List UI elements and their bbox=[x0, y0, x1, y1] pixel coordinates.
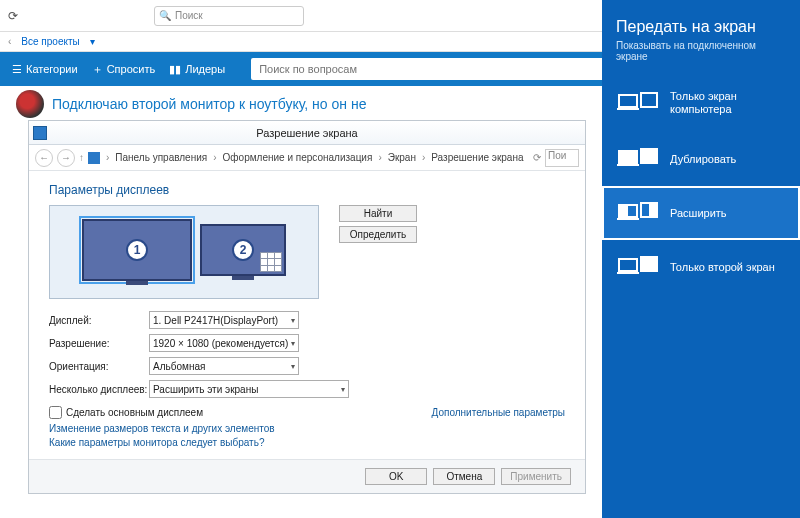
nav-up-icon[interactable]: ↑ bbox=[79, 152, 84, 163]
charm-title: Передать на экран bbox=[602, 0, 800, 40]
plus-icon: ＋ bbox=[92, 62, 103, 77]
window-title: Разрешение экрана bbox=[256, 127, 357, 139]
orientation-value: Альбомная bbox=[153, 361, 205, 372]
chevron-down-icon: ▾ bbox=[291, 362, 295, 371]
find-button[interactable]: Найти bbox=[339, 205, 417, 222]
search-icon: 🔍 bbox=[159, 10, 171, 21]
orientation-select[interactable]: Альбомная▾ bbox=[149, 357, 299, 375]
window-body: Параметры дисплеев 1 2 bbox=[29, 171, 585, 459]
duplicate-icon bbox=[618, 148, 658, 170]
apply-button[interactable]: Применить bbox=[501, 468, 571, 485]
chevron-down-icon: ▾ bbox=[341, 385, 345, 394]
breadcrumb-bar: ← → ↑ › Панель управления › Оформление и… bbox=[29, 145, 585, 171]
nav-leaders-label: Лидеры bbox=[185, 63, 225, 75]
multi-label: Несколько дисплеев: bbox=[49, 384, 149, 395]
nav-categories-label: Категории bbox=[26, 63, 78, 75]
charm-option-duplicate-label: Дублировать bbox=[670, 153, 736, 166]
breadcrumb-theme[interactable]: Оформление и персонализация bbox=[223, 152, 373, 163]
sep: › bbox=[378, 152, 381, 163]
post-title: Подключаю второй монитор к ноутбуку, но … bbox=[52, 96, 366, 112]
nav-categories[interactable]: ☰Категории bbox=[12, 63, 78, 76]
charm-option-pc-only-label: Только экран компьютера bbox=[670, 90, 784, 116]
charm-option-extend-label: Расширить bbox=[670, 207, 727, 220]
browser-search-placeholder: Поиск bbox=[175, 10, 203, 21]
control-panel-icon bbox=[88, 152, 100, 164]
resolution-select[interactable]: 1920 × 1080 (рекомендуется)▾ bbox=[149, 334, 299, 352]
reload-icon[interactable]: ⟳ bbox=[8, 9, 18, 23]
menu-icon: ☰ bbox=[12, 63, 22, 76]
monitor-1-number: 1 bbox=[126, 239, 148, 261]
chevron-down-icon: ▾ bbox=[291, 339, 295, 348]
browser-search[interactable]: 🔍 Поиск bbox=[154, 6, 304, 26]
sep: › bbox=[106, 152, 109, 163]
breadcrumb-resolution[interactable]: Разрешение экрана bbox=[431, 152, 523, 163]
text-size-link[interactable]: Изменение размеров текста и других элеме… bbox=[49, 423, 565, 434]
resolution-window: Разрешение экрана ← → ↑ › Панель управле… bbox=[28, 120, 586, 494]
chevron-down-icon: ▾ bbox=[291, 316, 295, 325]
nav-forward-button[interactable]: → bbox=[57, 149, 75, 167]
nav-leaders[interactable]: ▮▮Лидеры bbox=[169, 63, 225, 76]
charm-option-second-only-label: Только второй экран bbox=[670, 261, 775, 274]
monitor-2[interactable]: 2 bbox=[200, 224, 286, 280]
display-value: 1. Dell P2417H(DisplayPort) bbox=[153, 315, 278, 326]
section-title: Параметры дисплеев bbox=[49, 183, 565, 197]
breadcrumb-search[interactable]: Пои bbox=[545, 149, 579, 167]
cancel-button[interactable]: Отмена bbox=[433, 468, 495, 485]
charm-option-duplicate[interactable]: Дублировать bbox=[602, 132, 800, 186]
sep: › bbox=[422, 152, 425, 163]
ok-button[interactable]: OK bbox=[365, 468, 427, 485]
detect-button[interactable]: Определить bbox=[339, 226, 417, 243]
monitor-2-number: 2 bbox=[232, 239, 254, 261]
display-label: Дисплей: bbox=[49, 315, 149, 326]
dropdown-arrow-icon[interactable]: ▾ bbox=[90, 36, 95, 47]
make-main-label: Сделать основным дисплеем bbox=[66, 407, 203, 418]
resolution-value: 1920 × 1080 (рекомендуется) bbox=[153, 338, 288, 349]
charm-option-pc-only[interactable]: Только экран компьютера bbox=[602, 74, 800, 132]
charm-option-extend[interactable]: Расширить bbox=[602, 186, 800, 240]
projects-link[interactable]: Все проекты bbox=[21, 36, 79, 47]
charm-option-second-only[interactable]: Только второй экран bbox=[602, 240, 800, 294]
orientation-label: Ориентация: bbox=[49, 361, 149, 372]
back-arrow-icon[interactable]: ‹ bbox=[8, 36, 11, 47]
breadcrumb-panel[interactable]: Панель управления bbox=[115, 152, 207, 163]
extend-icon bbox=[618, 202, 658, 224]
monitor-help-link[interactable]: Какие параметры монитора следует выбрать… bbox=[49, 437, 565, 448]
charm-subtitle: Показывать на подключенном экране bbox=[602, 40, 800, 74]
second-only-icon bbox=[618, 256, 658, 278]
project-charm-panel: Передать на экран Показывать на подключе… bbox=[602, 0, 800, 518]
monitor-arrangement[interactable]: 1 2 bbox=[49, 205, 319, 299]
window-titlebar: Разрешение экрана bbox=[29, 121, 585, 145]
extra-params-link[interactable]: Дополнительные параметры bbox=[432, 407, 565, 418]
refresh-icon[interactable]: ⟳ bbox=[533, 152, 541, 163]
display-select[interactable]: 1. Dell P2417H(DisplayPort)▾ bbox=[149, 311, 299, 329]
nav-ask-label: Спросить bbox=[107, 63, 156, 75]
make-main-checkbox[interactable] bbox=[49, 406, 62, 419]
keypad-icon bbox=[260, 252, 282, 272]
chart-icon: ▮▮ bbox=[169, 63, 181, 76]
dialog-buttons: OK Отмена Применить bbox=[29, 459, 585, 493]
author-avatar[interactable] bbox=[16, 90, 44, 118]
nav-back-button[interactable]: ← bbox=[35, 149, 53, 167]
breadcrumb-screen[interactable]: Экран bbox=[388, 152, 416, 163]
sep: › bbox=[213, 152, 216, 163]
multi-select[interactable]: Расширить эти экраны▾ bbox=[149, 380, 349, 398]
window-icon bbox=[33, 126, 47, 140]
monitor-1[interactable]: 1 bbox=[82, 219, 192, 285]
multi-value: Расширить эти экраны bbox=[153, 384, 258, 395]
resolution-label: Разрешение: bbox=[49, 338, 149, 349]
pc-only-icon bbox=[618, 92, 658, 114]
nav-ask[interactable]: ＋Спросить bbox=[92, 62, 156, 77]
